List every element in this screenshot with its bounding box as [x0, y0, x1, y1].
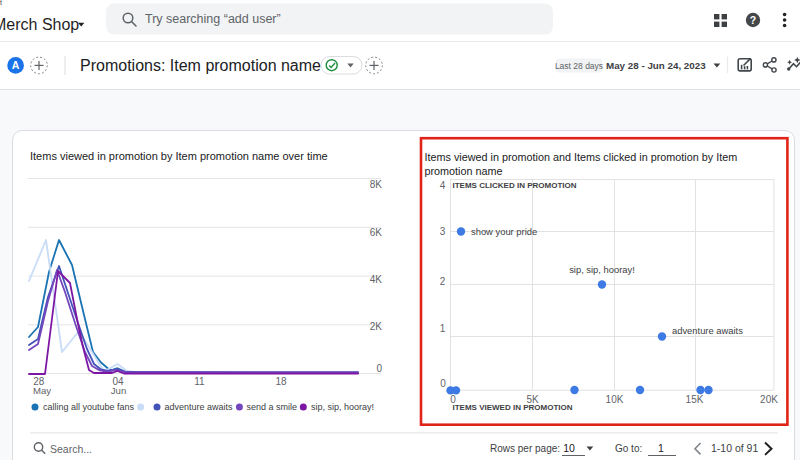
svg-text:A: A	[12, 59, 20, 71]
svg-text:calling all youtube fans: calling all youtube fans	[43, 402, 135, 412]
svg-text:4K: 4K	[370, 274, 383, 285]
svg-text:0: 0	[440, 378, 446, 389]
svg-text:4: 4	[440, 180, 446, 191]
svg-text:8K: 8K	[370, 179, 383, 190]
svg-text:Search...: Search...	[50, 443, 92, 455]
svg-text:adventure awaits: adventure awaits	[165, 402, 234, 412]
svg-text:2: 2	[440, 276, 446, 287]
svg-text:adventure awaits: adventure awaits	[672, 325, 743, 336]
svg-text:10K: 10K	[606, 394, 624, 405]
svg-text:Try searching “add user”: Try searching “add user”	[145, 12, 281, 26]
svg-text:1-10 of 91: 1-10 of 91	[711, 442, 758, 454]
svg-text:promotion name: promotion name	[425, 165, 503, 177]
svg-text:2K: 2K	[370, 321, 383, 332]
svg-text:18: 18	[275, 376, 287, 387]
svg-text:May 28 - Jun 24, 2023: May 28 - Jun 24, 2023	[606, 60, 706, 71]
svg-text:3: 3	[440, 226, 446, 237]
svg-text:ITEMS VIEWED IN PROMOTION: ITEMS VIEWED IN PROMOTION	[453, 403, 573, 412]
svg-text:Merch Shop: Merch Shop	[0, 16, 79, 33]
svg-text:Promotions: Item promotion nam: Promotions: Item promotion name	[80, 57, 321, 74]
svg-text:Last 28 days: Last 28 days	[555, 61, 603, 71]
svg-text:0: 0	[376, 363, 382, 374]
svg-text:ITEMS CLICKED IN PROMOTION: ITEMS CLICKED IN PROMOTION	[453, 181, 577, 190]
svg-text:sip, sip, hooray!: sip, sip, hooray!	[569, 264, 635, 275]
svg-text:Items viewed in promotion and: Items viewed in promotion and Items clic…	[425, 151, 738, 163]
svg-text:15K: 15K	[686, 394, 704, 405]
svg-text:6K: 6K	[370, 227, 383, 238]
svg-text:20K: 20K	[760, 394, 778, 405]
svg-text:1: 1	[658, 442, 664, 454]
svg-text:Jun: Jun	[111, 385, 126, 396]
svg-text:11: 11	[194, 376, 205, 387]
svg-text:1: 1	[440, 323, 446, 334]
svg-text:Go to:: Go to:	[615, 443, 642, 454]
svg-text:May: May	[33, 385, 51, 396]
svg-text:?: ?	[750, 14, 756, 26]
svg-text:send a smile: send a smile	[247, 402, 298, 412]
svg-text:Rows per page:: Rows per page:	[490, 443, 560, 454]
svg-text:Items viewed in promotion by I: Items viewed in promotion by Item promot…	[30, 150, 328, 162]
svg-text:10: 10	[563, 442, 575, 454]
svg-text:t: t	[0, 0, 2, 6]
svg-text:show your pride: show your pride	[471, 226, 537, 237]
svg-text:sip, sip, hooray!: sip, sip, hooray!	[311, 402, 374, 412]
